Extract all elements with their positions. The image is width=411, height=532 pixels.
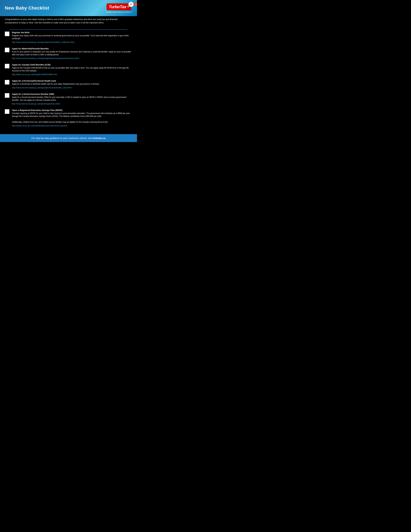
item-link-maternity-benefits[interactable]: http://www.servicecanada.gc.ca/eng/ei/ap… (12, 57, 79, 59)
logo-area: TurboTax ® ✓ 🍁 Canada's #1 Best-Selling … (106, 3, 132, 13)
page-footer: For step-by-step guidance to your maximu… (0, 134, 137, 142)
checkbox-birth-registration[interactable] (5, 32, 9, 36)
item-title-resp: Open a Registered Education Savings Plan… (12, 109, 132, 111)
checkbox-health-card[interactable] (5, 80, 9, 85)
turbotax-logo-text: TurboTax (109, 4, 126, 9)
intro-line-1: Congratulations on your new baby! Having… (5, 18, 132, 21)
item-link-sin[interactable]: http://www.servicecanada.gc.ca/eng/sin/a… (12, 103, 60, 105)
item-desc-sin: Apply for a Social Insurance Number (SIN… (12, 96, 132, 102)
item-title-child-benefits: Apply for Canada Child Benefits (CCB) (12, 64, 132, 66)
logo-tagline: Canada's #1 Best-Selling Tax Software™ (106, 11, 132, 13)
checkbox-maternity-benefits[interactable] (5, 48, 9, 52)
checklist-item-sin: Apply for a Social Insurance Number (SIN… (5, 93, 132, 105)
intro-section: Congratulations on your new baby! Having… (5, 18, 132, 25)
page-title: New Baby Checklist (5, 6, 49, 11)
checklist-item-child-benefits: Apply for Canada Child Benefits (CCB)App… (5, 64, 132, 76)
item-content-sin: Apply for a Social Insurance Number (SIN… (12, 93, 132, 105)
item-desc-child-benefits: Apply for the Canada Child Benefit (CCB)… (12, 66, 132, 72)
item-title-sin: Apply for a Social Insurance Number (SIN… (12, 93, 132, 95)
section-divider (10, 29, 127, 30)
item-link-birth-registration[interactable]: http://www.servicecanada.gc.ca/eng/subje… (12, 41, 75, 43)
checkmark-badge: ✓ (129, 2, 134, 7)
item-content-birth-registration: Register the BirthRegister your baby's b… (12, 31, 132, 44)
turbotax-logo: TurboTax ® ✓ 🍁 (107, 3, 131, 10)
checklist-container: Register the BirthRegister your baby's b… (5, 31, 132, 127)
checklist-item-resp: Open a Registered Education Savings Plan… (5, 109, 132, 127)
checkbox-sin[interactable] (5, 93, 9, 98)
item-title-maternity-benefits: Apply for Maternity/Parental Benefits (12, 48, 132, 50)
checklist-item-birth-registration: Register the BirthRegister your baby's b… (5, 31, 132, 44)
page-header: New Baby Checklist TurboTax ® ✓ 🍁 Canada… (0, 0, 137, 16)
footer-text: For step-by-step guidance to your maximu… (31, 137, 105, 139)
item-link-resp[interactable]: http://www.cra-arc.gc.ca/tx/ndvdls/tpcs/… (12, 125, 67, 127)
intro-line-2: considerations to keep in mind. Use this… (5, 21, 132, 25)
footer-url: turbotax.ca (93, 137, 106, 139)
checklist-item-health-card: Apply for a Provincial/Territorial Healt… (5, 80, 132, 89)
item-desc-maternity-benefits: If you or your partner is employed, you … (12, 50, 132, 56)
item-desc-resp: Consider opening an RESP for your child … (12, 112, 132, 124)
checkbox-resp[interactable] (5, 109, 9, 114)
checklist-item-maternity-benefits: Apply for Maternity/Parental BenefitsIf … (5, 48, 132, 60)
item-desc-birth-registration: Register your baby's birth with your pro… (12, 34, 132, 40)
item-link-child-benefits[interactable]: http://www.cra-arc.gc.ca/E/pbg/tf/rc66/R… (12, 73, 57, 76)
item-content-health-card: Apply for a Provincial/Territorial Healt… (12, 80, 132, 89)
checkbox-child-benefits[interactable] (5, 64, 9, 68)
item-content-child-benefits: Apply for Canada Child Benefits (CCB)App… (12, 64, 132, 76)
item-desc-health-card: Apply for a provincial or territorial he… (12, 83, 132, 86)
main-content: Congratulations on your new baby! Having… (0, 16, 137, 134)
item-content-maternity-benefits: Apply for Maternity/Parental BenefitsIf … (12, 48, 132, 60)
item-content-resp: Open a Registered Education Savings Plan… (12, 109, 132, 127)
item-link-health-card[interactable]: http://www.servicecanada.gc.ca/eng/subje… (12, 86, 72, 89)
item-title-health-card: Apply for a Provincial/Territorial Healt… (12, 80, 132, 82)
maple-leaf-icon: 🍁 (133, 1, 137, 7)
item-title-birth-registration: Register the Birth (12, 31, 132, 34)
